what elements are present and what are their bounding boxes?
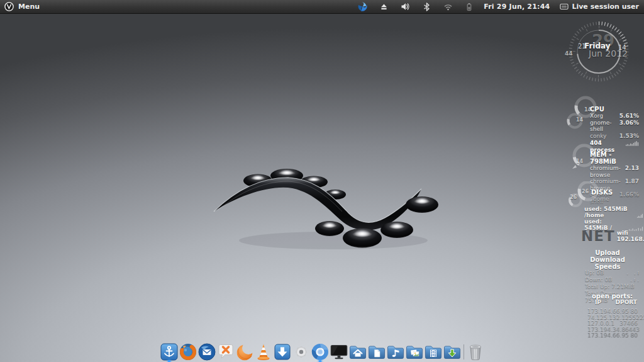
chromium-icon [311, 342, 330, 361]
music-folder-icon [386, 342, 405, 361]
dock-item-trash[interactable] [466, 339, 485, 361]
battery-icon[interactable] [464, 1, 475, 13]
session-user-label: Live session user [572, 3, 639, 11]
trash-icon [467, 342, 484, 361]
distro-logo-icon [4, 2, 14, 11]
panel-clock[interactable]: Fri 29 Jun, 21:44 [484, 3, 550, 11]
anchor-icon [160, 342, 179, 361]
app-swirl-icon[interactable] [357, 1, 368, 13]
dock-item-firefox[interactable] [179, 339, 197, 361]
wifi-icon[interactable] [442, 1, 453, 13]
download-arrow-icon [273, 342, 292, 361]
firefox-icon [179, 342, 197, 361]
dock [0, 336, 644, 361]
session-icon [560, 3, 569, 11]
dock-item-chromium[interactable] [311, 339, 330, 361]
bluetooth-icon[interactable] [421, 1, 432, 13]
desktop-screen: Menu [0, 0, 644, 362]
dock-separator [462, 342, 466, 361]
downloads-folder-icon [443, 342, 462, 361]
dock-item-display[interactable] [330, 339, 348, 361]
menu-launcher[interactable]: Menu [0, 0, 40, 13]
dock-item-clementine[interactable] [235, 339, 254, 361]
dock-item-home-folder[interactable] [348, 339, 367, 361]
dock-item-downloader[interactable] [273, 339, 292, 361]
top-panel: Menu [0, 0, 644, 14]
dock-item-messenger[interactable] [216, 339, 235, 361]
gear-icon [292, 342, 311, 361]
dock-item-documents-folder[interactable] [367, 339, 386, 361]
videos-folder-icon [424, 342, 443, 361]
home-folder-icon [348, 342, 367, 361]
desktop-wallpaper[interactable] [0, 14, 644, 362]
thunderbird-icon [197, 342, 216, 361]
display-icon [330, 342, 348, 361]
documents-folder-icon [367, 342, 386, 361]
dock-item-vlc[interactable] [254, 339, 273, 361]
dock-item-thunderbird[interactable] [197, 339, 216, 361]
vlc-cone-icon [254, 342, 273, 361]
dock-item-settings[interactable] [292, 339, 311, 361]
menu-label: Menu [18, 3, 40, 11]
dock-item-docky-anchor[interactable] [160, 339, 179, 361]
eject-icon[interactable] [378, 1, 389, 13]
dock-item-videos-folder[interactable] [424, 339, 443, 361]
dock-item-pictures-folder[interactable] [405, 339, 424, 361]
wallpaper-swoosh-art [208, 165, 447, 253]
clementine-icon [235, 342, 254, 361]
dock-item-downloads-folder[interactable] [443, 339, 462, 361]
pictures-folder-icon [405, 342, 424, 361]
session-indicator[interactable]: Live session user [560, 3, 639, 11]
dock-item-music-folder[interactable] [386, 339, 405, 361]
volume-icon[interactable] [399, 1, 411, 13]
chat-bubble-x-icon [216, 342, 235, 361]
